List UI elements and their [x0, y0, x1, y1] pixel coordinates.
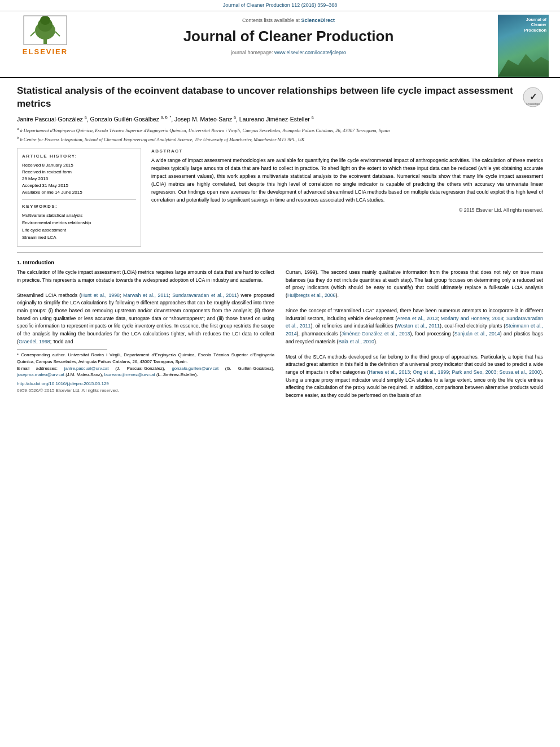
- copyright-line: © 2015 Elsevier Ltd. All rights reserved…: [151, 207, 543, 214]
- ref-marwah-2011[interactable]: Marwah et al., 2011: [123, 292, 169, 298]
- affiliation-b: b b Centre for Process Integration, Scho…: [17, 135, 543, 143]
- article-history-title: Article history:: [22, 153, 136, 159]
- ref-park-2003[interactable]: Park and Seo, 2003: [452, 369, 496, 375]
- svg-text:✓: ✓: [530, 92, 537, 102]
- keyword-3: Life cycle assessment: [22, 227, 136, 234]
- ref-huijbregts-2006[interactable]: Huijbregts et al., 2006: [287, 292, 336, 298]
- ref-hanes-2013[interactable]: Hanes et al., 2013: [369, 369, 410, 375]
- email-gonzalo[interactable]: gonzalo.guillen@urv.cat: [172, 366, 218, 371]
- email-josepma[interactable]: josepma.mateo@urv.cat: [17, 372, 64, 377]
- section-1-title: Introduction: [23, 259, 54, 265]
- body-col-left: The calculation of life cycle impact ass…: [17, 269, 274, 400]
- ref-bala-2010[interactable]: Bala et al., 2010: [338, 339, 374, 344]
- footnote-divider: [17, 349, 107, 350]
- body-left-p1: The calculation of life cycle impact ass…: [17, 269, 274, 284]
- ref-arena-2013[interactable]: Arena et al., 2013: [397, 316, 438, 321]
- elsevier-tree-icon: [23, 15, 68, 46]
- ref-graedel-1998[interactable]: Graedel, 1998: [19, 339, 50, 344]
- homepage-link[interactable]: www.elsevier.com/locate/jclepro: [274, 50, 346, 55]
- homepage-label: journal homepage:: [231, 50, 273, 55]
- body-col-right: Curran, 1999). The second uses mainly qu…: [286, 269, 543, 400]
- body-right-p2: Since the concept of "streamlined LCA" a…: [286, 307, 543, 346]
- body-two-col: The calculation of life cycle impact ass…: [17, 269, 543, 400]
- email-label: E-mail addresses:: [17, 366, 64, 371]
- page: Journal of Cleaner Production 112 (2016)…: [0, 0, 560, 747]
- abstract-title: Abstract: [151, 148, 543, 154]
- ref-jimenez-2013[interactable]: Jiménez-González et al., 2013: [342, 331, 410, 337]
- body-right-p1: Curran, 1999). The second uses mainly qu…: [286, 269, 543, 300]
- section-1-number: 1.: [17, 259, 21, 265]
- journal-header: ELSEVIER Contents lists available at Sci…: [0, 11, 560, 78]
- info-divider-1: [22, 199, 136, 200]
- footnote-corresponding: * Corresponding author. Universitat Rovi…: [17, 352, 274, 365]
- ref-ong-1999[interactable]: Ong et al., 1999: [413, 369, 449, 375]
- crossmark-icon: ✓ CrossMark: [523, 87, 543, 107]
- ref-weston-2011[interactable]: Weston et al., 2011: [396, 323, 440, 329]
- keyword-4: Streamlined LCA: [22, 234, 136, 242]
- article-info-box: Article history: Received 8 January 2015…: [17, 148, 141, 247]
- sciencedirect-link[interactable]: ScienceDirect: [301, 18, 335, 23]
- cover-mountain-decoration: [498, 49, 549, 77]
- accepted-date: Accepted 31 May 2015: [22, 182, 136, 189]
- affiliations: a à Departament d'Enginyeria Química, Es…: [17, 126, 543, 143]
- journal-ref-text: Journal of Cleaner Production 112 (2016)…: [223, 2, 338, 8]
- ref-sanjuan-2014[interactable]: Sanjuán et al., 2014: [454, 331, 500, 337]
- keyword-2: Environmental metrics relationship: [22, 220, 136, 227]
- header-center: Contents lists available at ScienceDirec…: [79, 15, 498, 59]
- authors-line: Janire Pascual-González a, Gonzalo Guill…: [17, 115, 543, 123]
- svg-line-5: [55, 32, 60, 36]
- issn-line: 0959-6526/© 2015 Elsevier Ltd. All right…: [17, 387, 274, 394]
- homepage-line: journal homepage: www.elsevier.com/locat…: [85, 49, 492, 56]
- article-info-column: Article history: Received 8 January 2015…: [17, 148, 141, 247]
- body-left-p2: Streamlined LCIA methods (Hunt et al., 1…: [17, 292, 274, 346]
- sciencedirect-label: Contents lists available at: [242, 18, 300, 23]
- cover-title: Journal ofCleanerProduction: [522, 15, 549, 36]
- svg-text:CrossMark: CrossMark: [526, 102, 540, 106]
- keywords-title: Keywords:: [22, 203, 136, 209]
- info-abstract-section: Article history: Received 8 January 2015…: [17, 148, 543, 247]
- section-divider-1: [17, 252, 543, 253]
- elsevier-wordmark: ELSEVIER: [23, 47, 68, 57]
- abstract-column: Abstract A wide range of impact assessme…: [151, 148, 543, 247]
- journal-title: Journal of Cleaner Production: [85, 26, 492, 46]
- ref-sousa-2000[interactable]: Sousa et al., 2000: [500, 369, 540, 375]
- article-title: Statistical analysis of the ecoinvent da…: [17, 85, 517, 111]
- svg-point-3: [40, 16, 50, 25]
- email-janire[interactable]: janire.pascual@urv.cat: [64, 366, 109, 371]
- footnote-emails: E-mail addresses: janire.pascual@urv.cat…: [17, 365, 274, 378]
- body-right-p3: Most of the SLCA methods developed so fa…: [286, 353, 543, 400]
- article-content: Statistical analysis of the ecoinvent da…: [0, 78, 560, 405]
- section-1-heading: 1. Introduction: [17, 259, 543, 266]
- elsevier-logo: ELSEVIER: [11, 15, 79, 57]
- abstract-text: A wide range of impact assessment method…: [151, 157, 543, 204]
- keyword-1: Multivariate statistical analysis: [22, 212, 136, 220]
- online-date: Available online 14 June 2015: [22, 189, 136, 196]
- journal-ref-line: Journal of Cleaner Production 112 (2016)…: [0, 0, 560, 11]
- svg-line-4: [30, 32, 35, 36]
- received-date: Received 8 January 2015: [22, 162, 136, 169]
- ref-morlarty-2008[interactable]: Morlarty and Honnery, 2008: [441, 316, 504, 321]
- journal-cover-image: Journal ofCleanerProduction: [498, 15, 549, 77]
- ref-sundar-2011[interactable]: Sundaravaradan et al., 2011: [172, 292, 237, 298]
- sciencedirect-line: Contents lists available at ScienceDirec…: [85, 17, 492, 24]
- doi-link[interactable]: http://dx.doi.org/10.1016/j.jclepro.2015…: [17, 381, 274, 387]
- affiliation-a: a à Departament d'Enginyeria Química, Es…: [17, 126, 543, 134]
- ref-hunt-1998[interactable]: Hunt et al., 1998: [81, 292, 120, 298]
- revised-date: Received in revised form29 May 2015: [22, 169, 136, 182]
- header-top: ELSEVIER Contents lists available at Sci…: [11, 15, 549, 77]
- email-laureano[interactable]: laureano.jimenez@urv.cat: [104, 372, 155, 377]
- article-title-row: Statistical analysis of the ecoinvent da…: [17, 85, 543, 111]
